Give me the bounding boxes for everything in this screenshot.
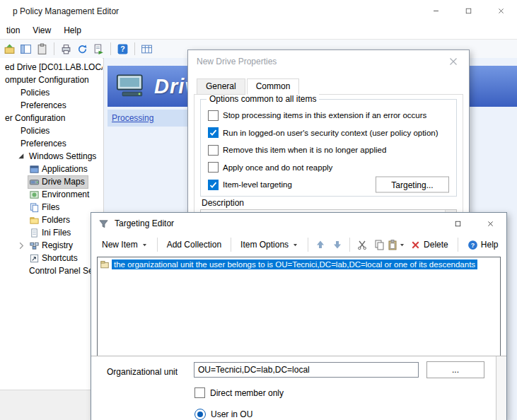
tab-general[interactable]: General (197, 78, 245, 95)
add-collection-button[interactable]: Add Collection (162, 236, 226, 253)
tree-pane-button[interactable] (18, 42, 33, 57)
close-icon (448, 56, 459, 67)
close-button[interactable] (474, 213, 506, 234)
folder-up-button[interactable] (2, 42, 17, 57)
menu-view[interactable]: View (26, 25, 57, 35)
processing-link[interactable]: Processing (112, 113, 153, 123)
copy-button[interactable] (371, 237, 387, 252)
tree-item-ini-files[interactable]: Ini Files (0, 226, 103, 239)
funnel-icon (98, 218, 109, 229)
close-icon (487, 220, 494, 228)
clipboard-button[interactable] (35, 42, 50, 57)
maximize-button[interactable] (452, 0, 484, 22)
tree-expander[interactable] (17, 240, 28, 251)
maximize-icon (465, 7, 472, 15)
tree-item-registry[interactable]: Registry (0, 239, 103, 252)
option-label: Apply once and do not reapply (223, 163, 332, 172)
minimize-button[interactable] (419, 0, 452, 22)
organizational-unit-input[interactable] (194, 362, 419, 378)
tree-item-label: Ini Files (42, 228, 71, 238)
menu-help[interactable]: Help (57, 25, 88, 35)
refresh-button[interactable] (75, 42, 90, 57)
dialog-title-bar: New Drive Properties (188, 50, 469, 73)
up-arrow-button[interactable] (313, 237, 328, 252)
tree-item-label: Environment (42, 189, 89, 199)
checkbox-stop-processing-items-in-this-extension-if-an-error-occurs[interactable] (208, 110, 219, 121)
tree-expander (8, 87, 20, 98)
tree-item-folders[interactable]: Folders (0, 214, 103, 226)
organizational-unit-label: Organizational unit (107, 367, 178, 377)
menu-action[interactable]: tion (0, 25, 26, 35)
export-list-button[interactable] (91, 42, 106, 57)
tree-expander[interactable] (17, 151, 28, 162)
user-in-ou-label: User in OU (211, 409, 252, 419)
help-button[interactable]: ?Help (463, 236, 504, 253)
drive-maps-banner-icon (116, 74, 147, 100)
new-item-button[interactable]: New Item (97, 236, 153, 253)
tree-item-preferences[interactable]: Preferences (0, 137, 103, 150)
checkbox-remove-this-item-when-it-is-no-longer-applied[interactable] (208, 145, 219, 156)
tree-expander (17, 227, 28, 238)
tree-item-label: Windows Settings (29, 151, 96, 161)
tree-expander (17, 214, 28, 226)
maximize-button[interactable] (441, 213, 474, 234)
details-scrollbar[interactable] (496, 356, 506, 420)
tree-item-ed-drive-dc01-lab-loca[interactable]: ed Drive [DC01.LAB.LOCA (0, 61, 103, 74)
tree-item-control-panel-sett[interactable]: Control Panel Sett (0, 264, 103, 277)
delete-button[interactable]: Delete (405, 236, 453, 253)
item-options-button[interactable]: Item Options (236, 236, 303, 253)
checkbox-apply-once-and-do-not-reapply[interactable] (208, 162, 219, 173)
targeting-item[interactable]: the organizational unit the user belongs… (98, 258, 500, 271)
tree-item-body: Windows Settings (28, 151, 99, 162)
tree-item-policies[interactable]: Policies (0, 124, 103, 137)
printer-button[interactable] (59, 42, 74, 57)
tree-item-label: ed Drive [DC01.LAB.LOCA (5, 62, 103, 72)
button-label: Delete (424, 240, 448, 250)
targeting-editor-dialog: Targeting Editor New ItemAdd CollectionI… (91, 212, 507, 420)
help-square-button[interactable]: ? (115, 42, 130, 57)
tab-common[interactable]: Common (247, 78, 300, 95)
tree-item-body: Policies (20, 125, 52, 136)
tree-item-shortcuts[interactable]: Shortcuts (0, 252, 103, 264)
paste-button[interactable] (388, 237, 404, 252)
tree-item-drive-maps[interactable]: Drive Maps (0, 175, 103, 188)
ini-files-icon (29, 228, 40, 238)
tree-expander (17, 189, 28, 200)
caret-icon (399, 242, 405, 248)
checkbox-run-in-logged-on-user-s-security-context-user-policy-option[interactable] (208, 127, 219, 138)
browse-button[interactable]: ... (426, 361, 484, 378)
toolbar-separator (231, 238, 231, 252)
tree-item-omputer-configuration[interactable]: omputer Configuration (0, 74, 103, 86)
dialog-title: New Drive Properties (197, 57, 277, 66)
tree-item-label: Registry (42, 240, 73, 250)
tree-expander (17, 176, 28, 187)
applications-icon (29, 164, 40, 175)
svg-text:?: ? (471, 241, 475, 248)
shortcuts-icon (29, 253, 40, 264)
tree-item-er-configuration[interactable]: er Configuration (0, 112, 103, 124)
cut-button[interactable] (354, 237, 370, 252)
console-tree: ed Drive [DC01.LAB.LOCAomputer Configura… (0, 58, 103, 390)
tree-expander (8, 125, 20, 136)
down-arrow-button[interactable] (330, 237, 345, 252)
tree-item-policies[interactable]: Policies (0, 86, 103, 99)
tree-item-label: er Configuration (5, 113, 65, 123)
checkbox-item-level-targeting[interactable] (208, 180, 219, 190)
radio-dot (197, 412, 203, 417)
tree-item-environment[interactable]: Environment (0, 188, 103, 201)
targeting-button[interactable]: Targeting... (376, 177, 449, 193)
tree-item-body: Folders (28, 214, 73, 226)
close-button[interactable] (484, 0, 517, 22)
tree-item-windows-settings[interactable]: Windows Settings (0, 150, 103, 163)
user-in-ou-radio[interactable] (194, 409, 206, 420)
tree-item-label: Preferences (21, 100, 66, 110)
table-view-icon (141, 43, 153, 55)
tree-item-preferences[interactable]: Preferences (0, 99, 103, 112)
tree-horizontal-scrollbar[interactable] (0, 390, 103, 420)
tree-item-applications[interactable]: Applications (0, 163, 103, 175)
tree-item-files[interactable]: Files (0, 201, 103, 214)
groupbox-legend: Options common to all items (207, 94, 319, 104)
direct-member-checkbox[interactable] (194, 387, 205, 398)
dialog-close-button[interactable] (438, 50, 469, 73)
table-view-button[interactable] (139, 42, 154, 57)
